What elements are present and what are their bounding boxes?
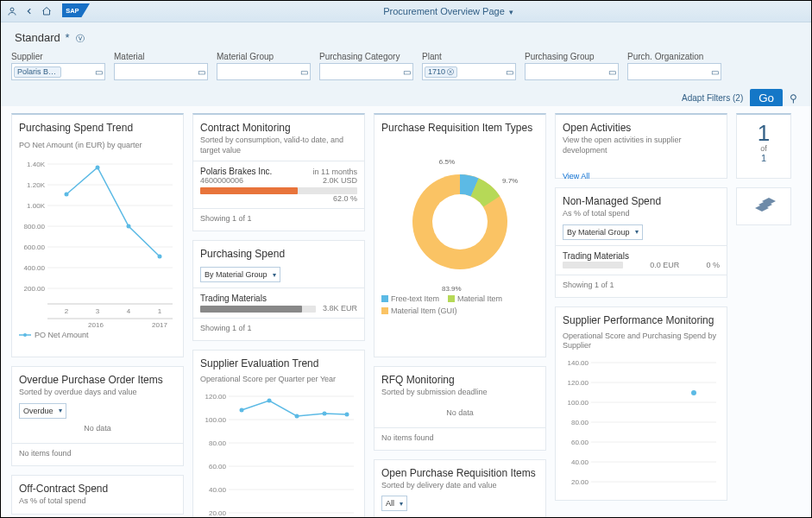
filter-purchasing-group-textfield[interactable] xyxy=(527,67,608,77)
pin-icon[interactable]: ⚲ xyxy=(790,92,797,104)
svg-text:20.00: 20.00 xyxy=(209,509,227,517)
supplier-eval-chart: 120.00 100.00 80.00 60.00 40.00 20.00 xyxy=(200,390,357,517)
svg-point-46 xyxy=(295,414,299,419)
card-off-contract-spend[interactable]: Off-Contract Spend As % of total spend xyxy=(11,475,184,515)
app-title-label: Procurement Overview Page xyxy=(383,6,505,16)
filter-purchasing-group-input[interactable]: ▭ xyxy=(525,63,619,80)
card-contract-monitoring[interactable]: Contract Monitoring Sorted by consumptio… xyxy=(192,113,365,231)
legend-swatch xyxy=(381,307,388,314)
value-help-icon[interactable]: ▭ xyxy=(403,67,411,77)
svg-text:80.00: 80.00 xyxy=(209,439,227,447)
filter-purchasing-group-label: Purchasing Group xyxy=(525,52,619,61)
card-open-pr-items[interactable]: Open Purchase Requisition Items Sorted b… xyxy=(374,459,546,517)
view-all-link[interactable]: View All xyxy=(563,172,589,180)
stack-icon xyxy=(752,196,776,217)
filter-supplier-token[interactable]: Polaris Brakes …ⓧ xyxy=(14,66,61,78)
purchasing-spend-groupby-select[interactable]: By Material Group▾ xyxy=(200,267,280,282)
token-close-icon[interactable]: ⓧ xyxy=(447,68,454,76)
filter-material-input[interactable]: ▭ xyxy=(114,63,208,80)
counter-numerator: 1 xyxy=(744,122,784,144)
value-help-icon[interactable]: ▭ xyxy=(608,67,616,77)
filter-plant-textfield[interactable] xyxy=(459,67,506,77)
spend-row-bar xyxy=(200,306,316,313)
filter-purchasing-group: Purchasing Group ▭ xyxy=(525,52,619,80)
filter-purchasing-organization-input[interactable]: ▭ xyxy=(627,63,721,80)
filter-plant-input[interactable]: 1710ⓧ ▭ xyxy=(422,63,516,80)
filter-material-group-textfield[interactable] xyxy=(219,67,300,77)
card-non-managed-spend[interactable]: Non-Managed Spend As % of total spend By… xyxy=(555,187,727,298)
filter-material-group-input[interactable]: ▭ xyxy=(217,63,311,80)
sap-logo: SAP xyxy=(61,3,91,19)
overdue-select[interactable]: Overdue▾ xyxy=(19,403,66,419)
value-help-icon[interactable]: ▭ xyxy=(95,67,103,77)
contract-id: 4600000006 xyxy=(200,176,243,185)
legend-label: Material Item (GUI) xyxy=(391,306,457,315)
chevron-down-icon: ▾ xyxy=(273,271,276,279)
svg-text:120.00: 120.00 xyxy=(568,379,589,387)
svg-text:600.00: 600.00 xyxy=(24,243,46,251)
value-help-icon[interactable]: ▭ xyxy=(711,67,719,77)
home-icon[interactable] xyxy=(41,5,53,17)
app-title[interactable]: Procurement Overview Page ▾ xyxy=(91,6,806,16)
scatter-point xyxy=(691,390,696,395)
pr-item-types-chart: 6.5% 9.7% 83.9% xyxy=(381,136,538,308)
card-title: Supplier Evaluation Trend xyxy=(200,357,357,370)
card-overdue-po-items[interactable]: Overdue Purchase Order Items Sorted by o… xyxy=(11,366,184,466)
svg-text:60.00: 60.00 xyxy=(571,439,589,446)
card-purchasing-spend[interactable]: Purchasing Spend By Material Group▾ Trad… xyxy=(192,240,365,341)
column-4: Open Activities View the open activities… xyxy=(555,113,727,501)
card-pr-item-types[interactable]: Purchase Requisition Item Types 6.5% 9.7… xyxy=(374,113,546,357)
filter-purchasing-category-textfield[interactable] xyxy=(322,67,403,77)
value-help-icon[interactable]: ▭ xyxy=(300,67,308,77)
card-activity-icon[interactable] xyxy=(736,187,791,225)
card-open-activities[interactable]: Open Activities View the open activities… xyxy=(555,113,727,179)
svg-point-44 xyxy=(240,408,244,413)
svg-text:2: 2 xyxy=(65,307,69,315)
svg-text:400.00: 400.00 xyxy=(24,264,46,272)
filter-supplier-input[interactable]: Polaris Brakes …ⓧ ▭ xyxy=(11,63,105,80)
card-activity-counter[interactable]: 1 of 1 xyxy=(736,113,791,179)
card-supplier-performance[interactable]: Supplier Performance Monitoring Operatio… xyxy=(555,306,727,501)
filter-supplier-textfield[interactable] xyxy=(63,67,95,77)
card-title: RFQ Monitoring xyxy=(381,374,538,386)
chevron-down-icon: ▾ xyxy=(635,228,639,236)
filter-purchasing-organization-textfield[interactable] xyxy=(630,67,711,77)
card-title: Supplier Performance Monitoring xyxy=(563,314,720,326)
back-icon[interactable] xyxy=(23,5,35,17)
variant-dropdown-icon[interactable]: ⓥ xyxy=(76,34,85,43)
rfq-nodata: No data xyxy=(381,403,538,422)
go-button[interactable]: Go xyxy=(750,89,783,107)
filter-material-textfield[interactable] xyxy=(116,67,198,77)
svg-point-48 xyxy=(345,413,349,417)
card-subtitle: As % of total spend xyxy=(563,209,720,219)
filter-purchasing-category-input[interactable]: ▭ xyxy=(319,63,413,80)
variant-title[interactable]: Standard * ⓥ xyxy=(11,28,801,52)
svg-point-50 xyxy=(432,194,488,250)
card-title: Overdue Purchase Order Items xyxy=(19,374,176,386)
spend-row-value: 3.8K EUR xyxy=(323,304,357,313)
filter-bar: Standard * ⓥ Supplier Polaris Brakes …ⓧ … xyxy=(1,22,811,115)
non-managed-select[interactable]: By Material Group▾ xyxy=(563,224,643,240)
svg-text:200.00: 200.00 xyxy=(24,285,46,293)
card-rfq-monitoring[interactable]: RFQ Monitoring Sorted by submission dead… xyxy=(374,366,546,451)
chevron-down-icon: ▾ xyxy=(400,500,403,508)
value-help-icon[interactable]: ▭ xyxy=(506,67,513,77)
filter-plant-token[interactable]: 1710ⓧ xyxy=(425,66,457,78)
nm-row-name: Trading Materials xyxy=(563,251,629,261)
value-help-icon[interactable]: ▭ xyxy=(198,67,205,77)
adapt-filters-link[interactable]: Adapt Filters (2) xyxy=(682,93,743,103)
card-subtitle: PO Net Amount (in EUR) by quarter xyxy=(19,141,176,151)
card-supplier-evaluation-trend[interactable]: Supplier Evaluation Trend Operational Sc… xyxy=(192,350,365,517)
user-icon[interactable] xyxy=(6,5,18,17)
svg-text:1.00K: 1.00K xyxy=(27,202,46,210)
slice-label-a: 6.5% xyxy=(439,158,455,166)
filter-material-group: Material Group ▭ xyxy=(217,52,311,80)
svg-text:1: 1 xyxy=(158,307,162,315)
legend-swatch xyxy=(381,295,388,302)
card-subtitle: Sorted by submission deadline xyxy=(381,388,538,398)
card-subtitle: View the open activities in supplier dev… xyxy=(563,136,720,155)
svg-point-26 xyxy=(65,192,69,196)
card-purchasing-spend-trend[interactable]: Purchasing Spend Trend PO Net Amount (in… xyxy=(11,113,184,357)
open-pr-select[interactable]: All▾ xyxy=(381,496,407,511)
svg-text:3: 3 xyxy=(96,307,100,315)
